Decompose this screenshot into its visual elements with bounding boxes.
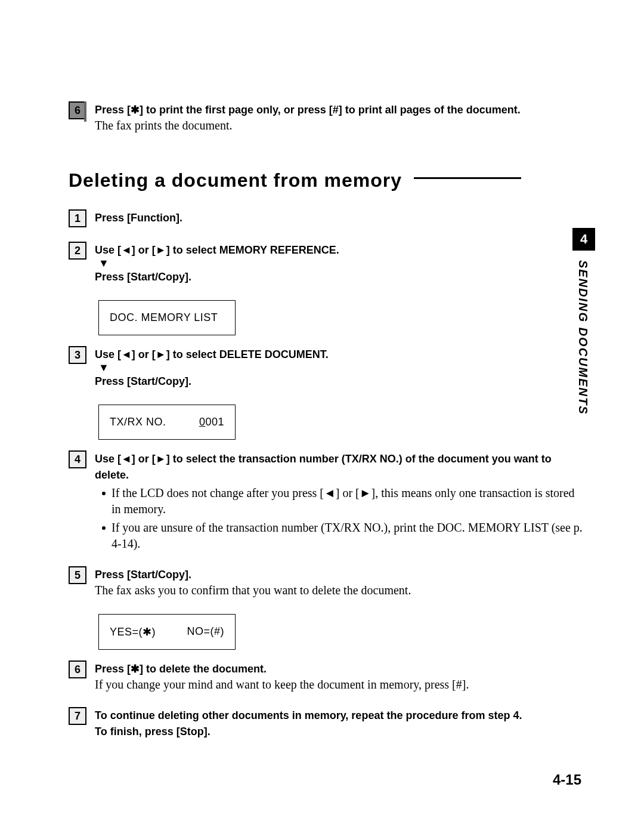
bullet-item: If the LCD does not change after you pre… [95, 485, 584, 517]
lcd-no: NO=(#) [187, 625, 224, 638]
text: ] or [ [132, 453, 156, 465]
step-number-badge: 4 [69, 450, 86, 468]
step-description: The fax asks you to confirm that you wan… [95, 584, 411, 597]
text: ] to select MEMORY REFERENCE. [166, 244, 339, 256]
step-2: 2 Use [◄] or [►] to select MEMORY REFERE… [69, 242, 584, 285]
step-line1: Use [◄] or [►] to select DELETE DOCUMENT… [95, 348, 329, 360]
top-step-6: 6 Press [✱] to print the first page only… [69, 101, 584, 134]
step-text: Press [Function]. [95, 212, 182, 224]
step-number-badge: 5 [69, 566, 86, 584]
step-bold-text: Press [✱] to print the first page only, … [95, 104, 521, 116]
step-content: Press [Start/Copy]. The fax asks you to … [95, 566, 584, 598]
step-bold-text: Press [Start/Copy]. [95, 569, 191, 581]
step-line1: Use [◄] or [►] to select the transaction… [95, 453, 552, 481]
step-line1: Use [◄] or [►] to select MEMORY REFERENC… [95, 244, 339, 256]
arrow-left-icon: ◄ [121, 244, 132, 256]
bullet-icon [102, 492, 106, 495]
heading-text: Deleting a document from memory [69, 169, 402, 191]
step-content: Press [✱] to delete the document. If you… [95, 661, 584, 693]
arrow-right-icon: ► [156, 348, 166, 360]
step-number-badge: 6 [69, 101, 86, 119]
text: ] to delete the document. [140, 663, 267, 675]
step-description: The fax prints the document. [95, 119, 233, 132]
step-number-badge: 2 [69, 242, 86, 260]
heading-underline [414, 177, 521, 179]
step-line2: Press [Start/Copy]. [95, 271, 191, 283]
step-line1: To continue deleting other documents in … [95, 709, 522, 721]
text: If the LCD does not change after you pre… [112, 486, 324, 499]
step-content: Press [✱] to print the first page only, … [95, 101, 584, 134]
page-number: 4-15 [553, 771, 581, 788]
arrow-down-icon: ▼ [98, 362, 584, 373]
text: ] to select DELETE DOCUMENT. [166, 348, 329, 360]
lcd-text: DOC. MEMORY LIST [110, 311, 218, 323]
chapter-number-badge: 4 [572, 228, 595, 251]
text: Use [ [95, 453, 121, 465]
bullet-icon [102, 526, 106, 530]
lcd-display: DOC. MEMORY LIST [98, 300, 236, 335]
text: ] or [ [336, 486, 360, 499]
arrow-right-icon: ► [360, 486, 371, 499]
arrow-left-icon: ◄ [121, 348, 132, 360]
lcd-label: TX/RX NO. [110, 416, 166, 428]
lcd-display: TX/RX NO. 0001 [98, 405, 236, 440]
text: Use [ [95, 244, 121, 256]
lcd-yes: YES=(✱) [110, 625, 156, 638]
step-line2: To finish, press [Stop]. [95, 726, 210, 737]
step-number-badge: 3 [69, 346, 86, 364]
step-number-badge: 1 [69, 209, 86, 227]
step-6: 6 Press [✱] to delete the document. If y… [69, 661, 584, 693]
step-number-badge: 7 [69, 707, 86, 725]
step-7: 7 To continue deleting other documents i… [69, 707, 584, 739]
step-content: Use [◄] or [►] to select MEMORY REFERENC… [95, 242, 584, 285]
step-bold-text: Press [✱] to delete the document. [95, 663, 267, 675]
text: Press [ [95, 104, 131, 116]
step-content: Press [Function]. [95, 209, 584, 226]
step-3: 3 Use [◄] or [►] to select DELETE DOCUME… [69, 346, 584, 389]
star-icon: ✱ [131, 663, 140, 675]
text: Use [ [95, 348, 121, 360]
step-line2: Press [Start/Copy]. [95, 375, 191, 387]
text: Press [ [95, 663, 131, 675]
lcd-display: YES=(✱) NO=(#) [98, 614, 236, 650]
step-content: Use [◄] or [►] to select DELETE DOCUMENT… [95, 346, 584, 389]
arrow-left-icon: ◄ [121, 453, 132, 465]
lcd-value: 0001 [199, 416, 224, 428]
text: ] to print the first page only, or press… [140, 104, 521, 116]
step-4: 4 Use [◄] or [►] to select the transacti… [69, 450, 584, 552]
step-content: To continue deleting other documents in … [95, 707, 584, 739]
text: ] or [ [132, 348, 156, 360]
step-number-badge: 6 [69, 661, 86, 678]
bullet-text: If you are unsure of the transaction num… [112, 520, 584, 552]
chapter-label: SENDING DOCUMENTS [576, 260, 590, 415]
star-icon: ✱ [131, 104, 140, 116]
chapter-tab: 4 SENDING DOCUMENTS [572, 228, 595, 431]
step-description: If you change your mind and want to keep… [95, 678, 469, 691]
text: ] or [ [132, 244, 156, 256]
arrow-down-icon: ▼ [98, 258, 584, 269]
bullet-item: If you are unsure of the transaction num… [95, 520, 584, 552]
section-heading: Deleting a document from memory [69, 169, 584, 192]
arrow-right-icon: ► [156, 244, 166, 256]
lcd-cursor-digit: 0 [199, 416, 206, 428]
bullet-text: If the LCD does not change after you pre… [112, 485, 584, 517]
arrow-left-icon: ◄ [324, 486, 336, 499]
lcd-digits: 001 [205, 416, 224, 428]
step-5: 5 Press [Start/Copy]. The fax asks you t… [69, 566, 584, 598]
arrow-right-icon: ► [156, 453, 166, 465]
step-content: Use [◄] or [►] to select the transaction… [95, 450, 584, 552]
step-1: 1 Press [Function]. [69, 209, 584, 227]
